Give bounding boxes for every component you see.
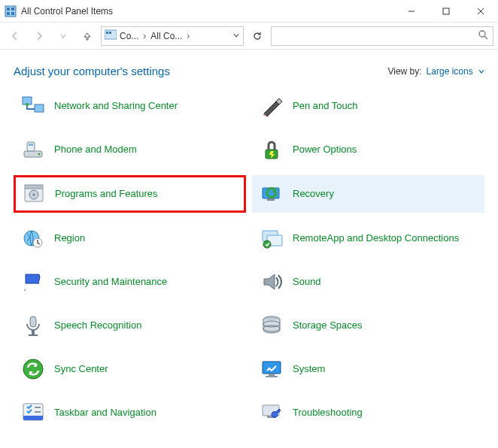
navbar: Co... › All Co... › (0, 23, 498, 50)
item-label: Storage Spaces (293, 319, 363, 331)
svg-rect-19 (29, 144, 33, 146)
sync-center-icon (21, 357, 45, 381)
svg-rect-3 (7, 12, 10, 15)
svg-rect-2 (11, 8, 14, 11)
item-label: Troubleshooting (293, 407, 363, 419)
network-sharing-icon (21, 94, 45, 118)
refresh-button[interactable] (247, 26, 268, 46)
item-sync-center[interactable]: Sync Center (14, 351, 246, 387)
breadcrumb-1[interactable]: Co... (120, 31, 138, 41)
system-icon (260, 357, 284, 381)
svg-point-24 (33, 194, 35, 196)
svg-rect-44 (23, 416, 43, 420)
speech-recognition-icon (21, 313, 45, 338)
item-sound[interactable]: Sound (252, 264, 484, 300)
minimize-button[interactable] (394, 0, 429, 23)
page-heading: Adjust your computer's settings (14, 65, 170, 77)
svg-rect-25 (25, 185, 43, 189)
item-label: Region (54, 232, 85, 244)
item-label: Power Options (293, 144, 357, 156)
recent-dropdown[interactable] (53, 26, 74, 47)
svg-rect-40 (263, 362, 281, 374)
item-security-maintenance[interactable]: Security and Maintenance (14, 264, 246, 300)
item-label: Speech Recognition (54, 319, 141, 331)
svg-point-12 (479, 31, 485, 37)
power-options-icon (260, 138, 284, 162)
viewby-value-text: Large icons (427, 66, 473, 77)
svg-rect-34 (32, 330, 35, 334)
svg-point-39 (23, 359, 43, 379)
control-panel-icon (5, 5, 17, 17)
item-windows-defender-firewall[interactable]: Windows Defender Firewall (252, 438, 484, 448)
svg-rect-33 (30, 316, 36, 327)
search-input[interactable] (276, 30, 478, 42)
item-programs-and-features[interactable]: Programs and Features (14, 175, 246, 213)
item-region[interactable]: Region (14, 220, 246, 256)
svg-rect-18 (27, 142, 35, 151)
item-power-options[interactable]: Power Options (252, 132, 484, 168)
svg-rect-35 (29, 334, 38, 336)
forward-button[interactable] (29, 26, 50, 47)
item-network-sharing-center[interactable]: Network and Sharing Center (14, 88, 246, 124)
header-row: Adjust your computer's settings View by:… (14, 65, 484, 77)
items-grid: Network and Sharing Center Pen and Touch (14, 88, 484, 448)
item-recovery[interactable]: Recovery (252, 175, 484, 213)
up-button[interactable] (77, 26, 98, 47)
item-label: RemoteApp and Desktop Connections (293, 232, 459, 244)
item-remoteapp-desktop[interactable]: RemoteApp and Desktop Connections (252, 220, 484, 256)
item-system[interactable]: System (252, 351, 484, 387)
item-label: Security and Maintenance (54, 276, 167, 288)
item-label: Recovery (293, 188, 334, 200)
svg-rect-41 (269, 374, 275, 376)
svg-rect-15 (35, 104, 44, 112)
svg-rect-46 (35, 411, 41, 413)
address-bar[interactable]: Co... › All Co... › (101, 26, 244, 46)
pen-touch-icon (260, 94, 284, 118)
item-taskbar-navigation[interactable]: Taskbar and Navigation (14, 395, 246, 431)
viewby-label: View by: (387, 66, 421, 77)
maximize-button[interactable] (429, 0, 463, 23)
viewby-dropdown[interactable]: Large icons (427, 66, 484, 77)
window-title: All Control Panel Items (21, 6, 113, 17)
svg-rect-9 (105, 30, 117, 39)
sound-icon (260, 270, 284, 294)
item-speech-recognition[interactable]: Speech Recognition (14, 307, 246, 344)
svg-rect-1 (7, 8, 10, 11)
remoteapp-icon (260, 226, 284, 250)
taskbar-navigation-icon (21, 401, 45, 425)
phone-modem-icon (21, 138, 45, 162)
content-area: Adjust your computer's settings View by:… (0, 50, 498, 448)
svg-point-32 (263, 241, 271, 248)
item-storage-spaces[interactable]: Storage Spaces (252, 307, 484, 344)
region-icon (21, 226, 45, 250)
item-label: Network and Sharing Center (54, 100, 178, 112)
chevron-down-icon (478, 66, 484, 77)
item-phone-and-modem[interactable]: Phone and Modem (14, 132, 246, 168)
item-label: Sync Center (54, 363, 108, 375)
item-label: Pen and Touch (293, 100, 358, 112)
svg-rect-10 (106, 32, 108, 34)
svg-rect-6 (443, 8, 449, 14)
svg-line-13 (484, 36, 487, 39)
search-box[interactable] (271, 26, 493, 46)
svg-rect-45 (35, 407, 41, 408)
svg-rect-4 (11, 12, 14, 15)
chevron-right-icon: › (141, 31, 147, 41)
search-icon (478, 29, 488, 42)
item-troubleshooting[interactable]: Troubleshooting (252, 395, 484, 431)
svg-rect-11 (109, 32, 111, 34)
control-panel-crumb-icon (105, 29, 117, 42)
storage-spaces-icon (260, 313, 284, 338)
item-user-accounts[interactable]: User Accounts (14, 438, 246, 448)
breadcrumb-2[interactable]: All Co... (150, 31, 182, 41)
item-label: Phone and Modem (54, 144, 137, 156)
item-label: Taskbar and Navigation (54, 407, 156, 419)
recovery-icon (260, 182, 284, 206)
programs-features-icon (22, 182, 46, 206)
svg-point-20 (38, 153, 41, 156)
item-pen-and-touch[interactable]: Pen and Touch (252, 88, 484, 124)
close-button[interactable] (463, 0, 498, 23)
address-dropdown[interactable] (232, 31, 240, 41)
troubleshooting-icon (260, 401, 284, 425)
back-button[interactable] (5, 26, 26, 47)
